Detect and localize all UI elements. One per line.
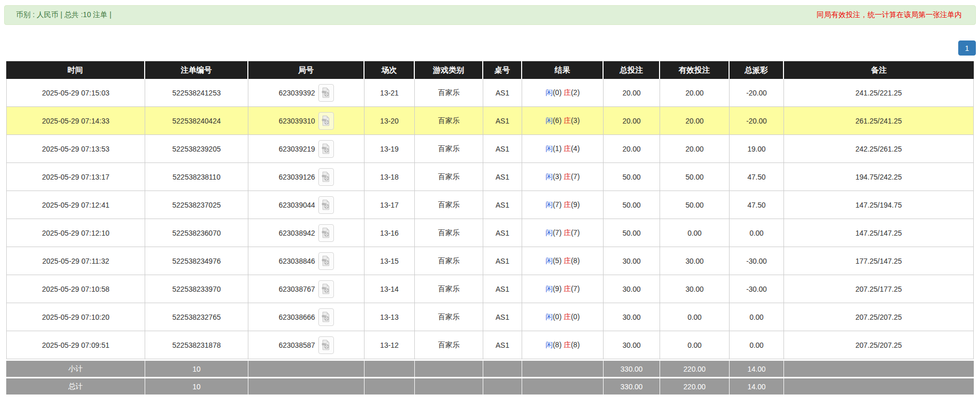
cell-game-id: 623039392 — [248, 79, 365, 107]
cell-payout: -30.00 — [730, 247, 784, 275]
pagination: 1 — [4, 40, 976, 56]
video-file-icon — [321, 283, 330, 294]
subtotal-count: 10 — [145, 359, 248, 377]
video-replay-button[interactable] — [318, 112, 334, 130]
video-replay-button[interactable] — [318, 84, 334, 102]
video-replay-button[interactable] — [318, 252, 334, 270]
cell-game-type: 百家乐 — [415, 275, 483, 303]
player-label: 闲 — [545, 228, 553, 237]
table-body: 2025-05-29 07:15:03522538241253623039392… — [6, 79, 974, 359]
cell-payout: 47.50 — [730, 191, 784, 219]
cell-valid-bet: 50.00 — [660, 191, 730, 219]
banker-label: 庄 — [564, 341, 571, 349]
cell-remark: 147.25/194.75 — [784, 191, 974, 219]
table-row: 2025-05-29 07:13:53522538239205623039219… — [6, 135, 974, 163]
cell-game-type: 百家乐 — [415, 79, 483, 107]
cell-bet-id: 522538237025 — [145, 191, 248, 219]
cell-valid-bet: 0.00 — [660, 219, 730, 247]
game-id-text: 623038666 — [278, 313, 315, 321]
cell-total-bet: 20.00 — [604, 135, 660, 163]
cell-total-bet: 20.00 — [604, 79, 660, 107]
header-game-type: 游戏类别 — [415, 61, 483, 79]
header-total-bet: 总投注 — [604, 61, 660, 79]
game-id-text: 623038942 — [278, 229, 315, 237]
cell-game-id: 623038767 — [248, 275, 365, 303]
video-replay-button[interactable] — [318, 196, 334, 214]
cell-game-type: 百家乐 — [415, 331, 483, 359]
table-row: 2025-05-29 07:12:41522538237025623039044… — [6, 191, 974, 219]
video-file-icon — [321, 143, 330, 154]
total-count: 10 — [145, 377, 248, 395]
cell-bet-id: 522538234976 — [145, 247, 248, 275]
player-label: 闲 — [545, 256, 553, 265]
notice-text: 同局有效投注，统一计算在该局第一张注单内 — [817, 10, 962, 20]
game-id-group: 623038846 — [249, 252, 363, 270]
cell-session: 13-20 — [365, 107, 415, 135]
cell-valid-bet: 50.00 — [660, 163, 730, 191]
cell-result: 闲(1) 庄(4) — [522, 135, 604, 163]
video-replay-button[interactable] — [318, 224, 334, 242]
cell-time: 2025-05-29 07:10:20 — [6, 303, 145, 331]
cell-game-id: 623039219 — [248, 135, 365, 163]
subtotal-payout: 14.00 — [730, 359, 784, 377]
video-replay-button[interactable] — [318, 280, 334, 298]
cell-valid-bet: 20.00 — [660, 79, 730, 107]
cell-game-id: 623038846 — [248, 247, 365, 275]
bet-records-table: 时间 注单编号 局号 场次 游戏类别 桌号 结果 总投注 有效投注 总派彩 备注… — [6, 61, 974, 395]
cell-table-no: AS1 — [483, 107, 522, 135]
cell-time: 2025-05-29 07:12:41 — [6, 191, 145, 219]
cell-payout: 0.00 — [730, 331, 784, 359]
video-replay-button[interactable] — [318, 308, 334, 326]
game-id-text: 623038587 — [278, 341, 315, 349]
cell-time: 2025-05-29 07:11:32 — [6, 247, 145, 275]
cell-table-no: AS1 — [483, 247, 522, 275]
cell-time: 2025-05-29 07:14:33 — [6, 107, 145, 135]
header-session: 场次 — [365, 61, 415, 79]
cell-valid-bet: 20.00 — [660, 107, 730, 135]
cell-valid-bet: 0.00 — [660, 331, 730, 359]
cell-valid-bet: 0.00 — [660, 303, 730, 331]
cell-bet-id: 522538232765 — [145, 303, 248, 331]
game-id-text: 623039126 — [278, 173, 315, 181]
game-id-text: 623038846 — [278, 257, 315, 265]
banker-label: 庄 — [564, 116, 571, 125]
cell-result: 闲(7) 庄(7) — [522, 219, 604, 247]
page-button-1[interactable]: 1 — [958, 40, 976, 56]
video-replay-button[interactable] — [318, 168, 334, 186]
cell-result: 闲(0) 庄(0) — [522, 303, 604, 331]
cell-remark: 177.25/147.25 — [784, 247, 974, 275]
header-time: 时间 — [6, 61, 145, 79]
video-file-icon — [321, 115, 330, 126]
cell-total-bet: 30.00 — [604, 275, 660, 303]
cell-table-no: AS1 — [483, 219, 522, 247]
cell-payout: 19.00 — [730, 135, 784, 163]
game-id-group: 623039392 — [249, 84, 363, 102]
total-valid-bet: 220.00 — [660, 377, 730, 395]
cell-game-type: 百家乐 — [415, 163, 483, 191]
player-label: 闲 — [545, 284, 553, 293]
table-row: 2025-05-29 07:13:17522538238110623039126… — [6, 163, 974, 191]
cell-result: 闲(3) 庄(7) — [522, 163, 604, 191]
cell-payout: 0.00 — [730, 303, 784, 331]
cell-game-type: 百家乐 — [415, 107, 483, 135]
video-replay-button[interactable] — [318, 336, 334, 354]
game-id-group: 623038767 — [249, 280, 363, 298]
cell-remark: 194.75/242.25 — [784, 163, 974, 191]
cell-table-no: AS1 — [483, 331, 522, 359]
cell-game-type: 百家乐 — [415, 191, 483, 219]
video-replay-button[interactable] — [318, 140, 334, 158]
cell-valid-bet: 30.00 — [660, 247, 730, 275]
video-file-icon — [321, 339, 330, 350]
player-label: 闲 — [545, 144, 553, 153]
cell-valid-bet: 20.00 — [660, 135, 730, 163]
cell-result: 闲(9) 庄(7) — [522, 275, 604, 303]
cell-session: 13-17 — [365, 191, 415, 219]
cell-table-no: AS1 — [483, 135, 522, 163]
table-row: 2025-05-29 07:10:58522538233970623038767… — [6, 275, 974, 303]
game-id-group: 623039126 — [249, 168, 363, 186]
subtotal-row: 小计 10 330.00 220.00 14.00 — [6, 359, 974, 377]
total-row: 总计 10 330.00 220.00 14.00 — [6, 377, 974, 395]
cell-total-bet: 30.00 — [604, 303, 660, 331]
cell-bet-id: 522538239205 — [145, 135, 248, 163]
cell-remark: 207.25/177.25 — [784, 275, 974, 303]
